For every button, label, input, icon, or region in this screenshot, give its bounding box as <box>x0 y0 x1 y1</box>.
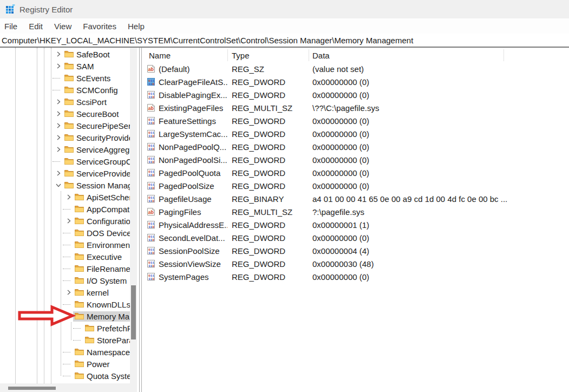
svg-text:110: 110 <box>148 173 154 177</box>
column-header-type[interactable]: Type <box>227 51 309 60</box>
svg-text:110: 110 <box>148 251 154 255</box>
tree-item-environmen[interactable]: Environmen <box>0 239 130 251</box>
folder-icon <box>75 217 84 225</box>
column-divider[interactable] <box>227 49 228 61</box>
chevron-right-icon[interactable] <box>64 218 73 224</box>
value-data: 0x00000000 (0) <box>309 168 569 178</box>
tree-item-namespace[interactable]: Namespace <box>0 346 130 358</box>
value-name: PagedPoolSize <box>159 181 214 191</box>
folder-icon <box>75 229 84 237</box>
registry-value-row[interactable]: 011110 PagefileUsage REG_BINARY a4 01 00… <box>142 192 569 205</box>
tree-item-i-o-system[interactable]: I/O System <box>0 275 130 286</box>
tree-item-serviceprovide[interactable]: ServiceProvide <box>0 167 130 179</box>
registry-value-row[interactable]: 011110 PagedPoolSize REG_DWORD 0x0000000… <box>142 179 569 192</box>
tree-vertical-scrollbar[interactable] <box>130 48 137 383</box>
tree-item-label: ApiSetSchem <box>87 193 130 202</box>
menu-item-view[interactable]: View <box>54 22 71 31</box>
registry-value-row[interactable]: 011110 SessionViewSize REG_DWORD 0x00000… <box>142 257 569 270</box>
value-type: REG_SZ <box>227 64 309 74</box>
registry-value-row[interactable]: ab ExistingPageFiles REG_MULTI_SZ \??\C:… <box>142 101 569 114</box>
tree-item-session-manag[interactable]: Session Manag <box>0 179 130 191</box>
tree-item-scevents[interactable]: ScEvents <box>0 72 130 84</box>
value-data: 0x00000001 (1) <box>309 220 569 230</box>
address-bar[interactable]: Computer\HKEY_LOCAL_MACHINE\SYSTEM\Curre… <box>0 34 569 48</box>
value-type: REG_DWORD <box>227 272 309 282</box>
column-header-name[interactable]: Name <box>142 51 227 60</box>
tree-leaf-connector <box>64 352 73 352</box>
tree-item-secureboot[interactable]: SecureBoot <box>0 108 130 120</box>
tree-vertical-scrollbar-thumb[interactable] <box>131 285 136 339</box>
binary-value-icon: 011110 <box>147 129 155 138</box>
tree-item-configuratio[interactable]: Configuratio <box>0 215 130 227</box>
chevron-right-icon[interactable] <box>54 99 63 104</box>
value-name: PhysicalAddressE... <box>159 220 227 230</box>
tree-item-appcompat[interactable]: AppCompat <box>0 203 130 215</box>
tree-item-sam[interactable]: SAM <box>0 60 130 72</box>
registry-value-row[interactable]: 011110 DisablePagingEx... REG_DWORD 0x00… <box>142 88 569 101</box>
tree-item-knowndlls[interactable]: KnownDLLs <box>0 298 130 310</box>
menu-item-help[interactable]: Help <box>128 22 145 31</box>
tree-item-dos-device[interactable]: DOS Device <box>0 227 130 239</box>
registry-value-row[interactable]: 011110 PagedPoolQuota REG_DWORD 0x000000… <box>142 166 569 179</box>
chevron-right-icon[interactable] <box>54 63 63 69</box>
registry-value-row[interactable]: ab (Default) REG_SZ (value not set) <box>142 62 569 75</box>
tree-item-securityprovide[interactable]: SecurityProvide <box>0 132 130 143</box>
chevron-down-icon[interactable] <box>64 313 73 319</box>
registry-value-row[interactable]: 011110 NonPagedPoolSi... REG_DWORD 0x000… <box>142 153 569 166</box>
chevron-right-icon[interactable] <box>54 135 63 140</box>
menu-item-favorites[interactable]: Favorites <box>83 22 116 31</box>
value-name: PagingFiles <box>159 207 201 217</box>
address-path[interactable]: Computer\HKEY_LOCAL_MACHINE\SYSTEM\Curre… <box>2 36 413 45</box>
folder-icon <box>64 50 74 58</box>
menu-item-edit[interactable]: Edit <box>29 22 43 31</box>
tree-leaf-connector <box>64 257 73 257</box>
tree-item-kernel[interactable]: kernel <box>0 286 130 298</box>
tree-item-securepipeserv[interactable]: SecurePipeServ <box>0 120 130 132</box>
column-header-data[interactable]: Data <box>309 51 569 60</box>
tree-leaf-connector <box>64 269 73 269</box>
column-divider[interactable] <box>503 49 504 61</box>
registry-value-row[interactable]: 011110 ClearPageFileAtS... REG_DWORD 0x0… <box>142 75 569 88</box>
registry-value-row[interactable]: 011110 FeatureSettings REG_DWORD 0x00000… <box>142 114 569 127</box>
registry-value-row[interactable]: 011110 PhysicalAddressE... REG_DWORD 0x0… <box>142 218 569 231</box>
tree-horizontal-scrollbar-thumb[interactable] <box>8 387 56 390</box>
registry-value-row[interactable]: ab PagingFiles REG_MULTI_SZ ?:\pagefile.… <box>142 205 569 218</box>
menu-item-file[interactable]: File <box>4 22 17 31</box>
tree-item-servicegroupc[interactable]: ServiceGroupC <box>0 155 130 167</box>
tree-item-safeboot[interactable]: SafeBoot <box>0 48 130 60</box>
chevron-right-icon[interactable] <box>64 194 73 200</box>
tree-item-scsiport[interactable]: ScsiPort <box>0 96 130 108</box>
tree-item-storepara[interactable]: StorePara <box>0 334 130 346</box>
chevron-right-icon[interactable] <box>54 123 63 128</box>
chevron-right-icon[interactable] <box>54 51 63 57</box>
chevron-right-icon[interactable] <box>54 111 63 116</box>
registry-value-row[interactable]: 011110 SessionPoolSize REG_DWORD 0x00000… <box>142 244 569 257</box>
value-data: ?:\pagefile.sys <box>309 207 569 217</box>
value-data: 0x00000030 (48) <box>309 259 569 269</box>
chevron-down-icon[interactable] <box>54 182 63 188</box>
registry-value-row[interactable]: 011110 SecondLevelDat... REG_DWORD 0x000… <box>142 231 569 244</box>
tree-horizontal-scrollbar[interactable] <box>0 383 137 392</box>
tree-item-power[interactable]: Power <box>0 358 130 370</box>
tree-item-label: ScEvents <box>76 74 110 83</box>
folder-icon <box>85 336 94 344</box>
tree-item-quota-syste[interactable]: Quota Syste <box>0 370 130 382</box>
chevron-right-icon[interactable] <box>54 147 63 152</box>
tree-item-scmconfig[interactable]: SCMConfig <box>0 84 130 96</box>
registry-value-row[interactable]: 011110 SystemPages REG_DWORD 0x00000000 … <box>142 270 569 283</box>
value-data: 0x00000000 (0) <box>309 272 569 282</box>
chevron-right-icon[interactable] <box>64 290 73 295</box>
tree-item-serviceaggreg[interactable]: ServiceAggreg <box>0 143 130 155</box>
column-divider[interactable] <box>309 49 309 61</box>
registry-value-row[interactable]: 011110 LargeSystemCac... REG_DWORD 0x000… <box>142 127 569 140</box>
registry-value-row[interactable]: 011110 NonPagedPoolQ... REG_DWORD 0x0000… <box>142 140 569 153</box>
tree-item-label: Memory Ma <box>87 312 129 321</box>
tree-item-apisetschem[interactable]: ApiSetSchem <box>0 191 130 203</box>
svg-text:110: 110 <box>148 225 154 229</box>
tree-item-prefetchp[interactable]: PrefetchP <box>0 322 130 334</box>
tree-item-filerename[interactable]: FileRename <box>0 263 130 275</box>
tree-item-memory-ma[interactable]: Memory Ma <box>0 310 130 322</box>
tree-leaf-connector <box>64 280 73 281</box>
tree-item-executive[interactable]: Executive <box>0 251 130 263</box>
chevron-right-icon[interactable] <box>54 171 63 176</box>
